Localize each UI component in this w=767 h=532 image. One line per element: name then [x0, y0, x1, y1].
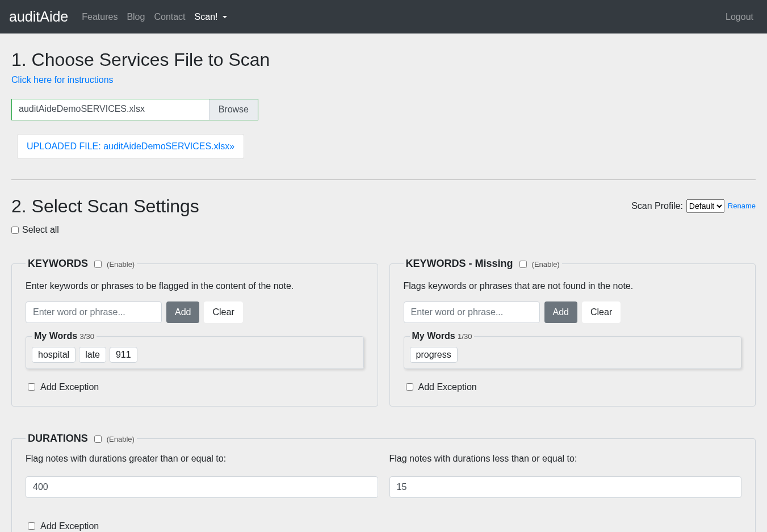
scan-profile-select[interactable]: Default — [686, 199, 724, 213]
section2-title: 2. Select Scan Settings — [11, 196, 631, 217]
nav-scan[interactable]: Scan! — [190, 7, 232, 27]
keywords-missing-input[interactable] — [404, 301, 540, 323]
durations-exception-row[interactable]: Add Exception — [26, 521, 741, 531]
keywords-missing-mywords: My Words 1/30 progress — [404, 331, 742, 369]
durations-enable-checkbox[interactable] — [94, 435, 102, 443]
uploaded-file-card[interactable]: UPLOADED FILE: auditAideDemoSERVICES.xls… — [17, 134, 244, 159]
browse-button[interactable]: Browse — [209, 99, 258, 120]
keywords-missing-legend: KEYWORDS - Missing (Enable) — [404, 258, 562, 270]
brand-logo[interactable]: auditAide — [9, 9, 68, 25]
keywords-missing-legend-text: KEYWORDS - Missing — [406, 258, 513, 269]
durations-lte-label: Flag notes with durations less than or e… — [389, 454, 742, 464]
keywords-mywords: My Words 3/30 hospital late 911 — [26, 331, 364, 369]
keywords-missing-mywords-legend: My Words 1/30 — [410, 331, 475, 341]
nav-scan-label: Scan! — [195, 12, 218, 22]
keywords-mywords-legend: My Words 3/30 — [32, 331, 97, 341]
keywords-missing-desc: Flags keywords or phrases that are not f… — [404, 281, 742, 291]
chip-progress[interactable]: progress — [410, 347, 458, 363]
keywords-enable-label: (Enable) — [107, 260, 135, 269]
nav-blog[interactable]: Blog — [122, 7, 149, 27]
keywords-missing-add-button[interactable]: Add — [544, 301, 577, 323]
durations-gte-label: Flag notes with durations greater than o… — [26, 454, 378, 464]
keywords-exception-checkbox[interactable] — [28, 383, 35, 391]
select-all-label: Select all — [22, 225, 59, 235]
durations-enable-label: (Enable) — [107, 435, 135, 443]
keywords-missing-enable-label: (Enable) — [532, 260, 560, 269]
durations-exception-checkbox[interactable] — [28, 522, 35, 530]
keywords-missing-exception-checkbox[interactable] — [406, 383, 413, 391]
keywords-mywords-count: 3/30 — [80, 332, 94, 341]
chip-911[interactable]: 911 — [110, 347, 137, 363]
keywords-exception-label: Add Exception — [40, 382, 99, 392]
durations-legend: DURATIONS (Enable) — [26, 433, 137, 445]
keywords-clear-button[interactable]: Clear — [204, 301, 242, 323]
file-input[interactable]: auditAideDemoSERVICES.xlsx Browse — [11, 99, 258, 120]
nav-contact[interactable]: Contact — [149, 7, 190, 27]
keywords-panel: KEYWORDS (Enable) Enter keywords or phra… — [11, 258, 378, 407]
file-name-display: auditAideDemoSERVICES.xlsx — [12, 99, 209, 120]
scan-profile-label: Scan Profile: — [631, 201, 683, 211]
select-all-checkbox[interactable] — [11, 227, 19, 234]
keywords-missing-chips: progress — [410, 347, 736, 363]
keywords-missing-exception-label: Add Exception — [418, 382, 477, 392]
keywords-missing-mywords-count: 1/30 — [458, 332, 472, 341]
keywords-missing-clear-button[interactable]: Clear — [582, 301, 621, 323]
keywords-missing-panel: KEYWORDS - Missing (Enable) Flags keywor… — [389, 258, 756, 407]
durations-panel: DURATIONS (Enable) Flag notes with durat… — [11, 433, 756, 532]
durations-legend-text: DURATIONS — [28, 433, 88, 444]
keywords-missing-mywords-label: My Words — [412, 331, 455, 341]
keywords-mywords-label: My Words — [34, 331, 77, 341]
nav-features[interactable]: Features — [77, 7, 122, 27]
keywords-chips: hospital late 911 — [32, 347, 358, 363]
keywords-input[interactable] — [26, 301, 162, 323]
durations-lte-input[interactable] — [389, 476, 742, 498]
keywords-enable-checkbox[interactable] — [94, 261, 102, 268]
keywords-legend-text: KEYWORDS — [28, 258, 88, 269]
durations-exception-label: Add Exception — [40, 521, 99, 531]
chevron-down-icon — [223, 16, 227, 18]
select-all-row[interactable]: Select all — [11, 225, 756, 235]
keywords-exception-row[interactable]: Add Exception — [26, 382, 364, 392]
keywords-missing-exception-row[interactable]: Add Exception — [404, 382, 742, 392]
rename-link[interactable]: Rename — [728, 202, 756, 210]
durations-gte-input[interactable] — [26, 476, 378, 498]
nav-logout[interactable]: Logout — [721, 7, 758, 27]
instructions-link[interactable]: Click here for instructions — [11, 75, 756, 85]
nav-items: Features Blog Contact Scan! Logout — [77, 7, 758, 27]
keywords-desc: Enter keywords or phrases to be flagged … — [26, 281, 364, 291]
navbar: auditAide Features Blog Contact Scan! Lo… — [0, 0, 767, 33]
section1-title: 1. Choose Services File to Scan — [11, 49, 756, 70]
keywords-add-button[interactable]: Add — [166, 301, 199, 323]
keywords-missing-enable-checkbox[interactable] — [519, 261, 527, 268]
chip-hospital[interactable]: hospital — [32, 347, 76, 363]
keywords-legend: KEYWORDS (Enable) — [26, 258, 137, 270]
chip-late[interactable]: late — [79, 347, 106, 363]
